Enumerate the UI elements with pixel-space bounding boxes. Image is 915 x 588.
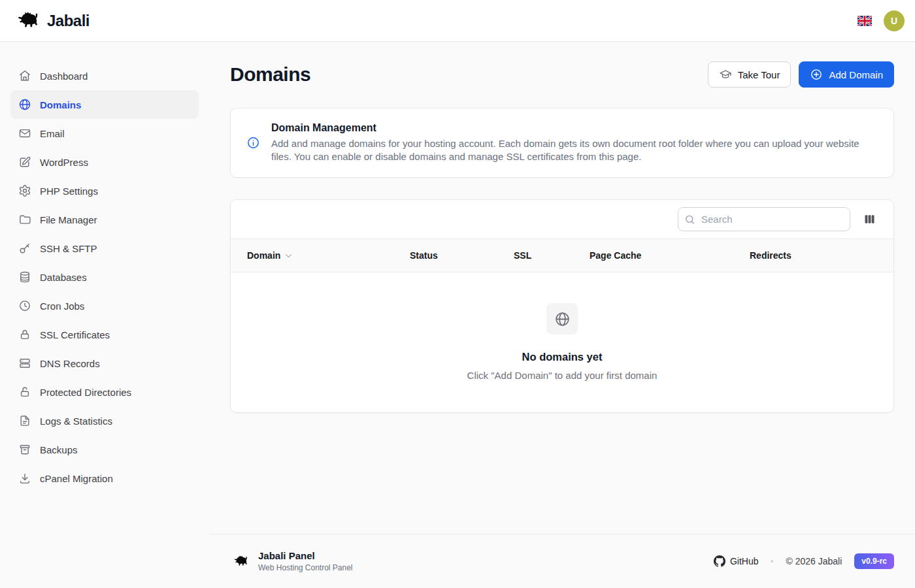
gear-icon (18, 184, 31, 197)
folder-icon (18, 213, 31, 226)
github-label: GitHub (730, 556, 759, 566)
sidebar-item-dashboard[interactable]: Dashboard (10, 61, 199, 90)
boar-footer-icon (229, 555, 249, 568)
key-icon (18, 242, 31, 255)
sidebar-item-domains[interactable]: Domains (10, 90, 199, 119)
app-header: Jabali U (0, 0, 915, 42)
sidebar-item-cron-jobs[interactable]: Cron Jobs (10, 291, 199, 320)
copyright-text: © 2026 Jabali (786, 556, 842, 566)
sidebar-item-dns-records[interactable]: DNS Records (10, 349, 199, 378)
sidebar-item-label: Dashboard (40, 71, 88, 82)
column-header-redirects: Redirects (750, 250, 893, 261)
server-icon (18, 357, 31, 370)
sidebar-item-label: SSL Certificates (40, 329, 110, 340)
sidebar-item-cpanel-migration[interactable]: cPanel Migration (10, 464, 199, 493)
sidebar-item-label: Cron Jobs (40, 301, 84, 312)
sidebar-item-label: Backups (40, 444, 78, 455)
sidebar-item-databases[interactable]: Databases (10, 263, 199, 291)
main-content: Domains Take Tour (209, 42, 915, 534)
column-header-page-cache: Page Cache (590, 250, 750, 261)
download-icon (18, 472, 31, 485)
version-badge: v0.9-rc (854, 553, 894, 569)
language-flag-button[interactable] (857, 16, 872, 26)
sidebar-item-label: Email (40, 128, 65, 139)
empty-state-subtitle: Click "Add Domain" to add your first dom… (467, 370, 657, 381)
globe-icon (546, 303, 578, 335)
column-header-label: Status (410, 250, 438, 261)
sidebar-item-label: DNS Records (40, 358, 100, 369)
database-icon (18, 270, 31, 284)
sidebar-item-protected-directories[interactable]: Protected Directories (10, 378, 199, 406)
sidebar-nav: DashboardDomainsEmailWordPressPHP Settin… (10, 61, 199, 493)
column-header-ssl: SSL (514, 250, 590, 261)
add-domain-label: Add Domain (829, 69, 883, 80)
sidebar-item-label: File Manager (40, 214, 97, 225)
archive-icon (18, 443, 31, 456)
info-card-title: Domain Management (271, 122, 878, 134)
column-header-status: Status (410, 250, 514, 261)
search-input[interactable] (678, 207, 850, 231)
brand-name: Jabali (47, 12, 90, 30)
mail-icon (18, 127, 31, 140)
lock-icon (18, 328, 31, 341)
column-header-label: Redirects (750, 250, 791, 261)
add-domain-button[interactable]: Add Domain (799, 61, 894, 88)
globe-icon (18, 98, 31, 111)
sidebar-item-email[interactable]: Email (10, 119, 199, 148)
info-card: Domain Management Add and manage domains… (230, 108, 894, 178)
sidebar-item-label: Databases (40, 272, 87, 283)
github-icon (714, 555, 725, 567)
boar-logo-icon (10, 10, 41, 31)
sidebar-item-logs-statistics[interactable]: Logs & Statistics (10, 406, 199, 435)
column-header-label: SSL (514, 250, 531, 261)
column-header-label: Domain (247, 250, 280, 261)
column-visibility-button[interactable] (859, 210, 879, 229)
footer-separator-dot (771, 560, 773, 563)
footer-app-name: Jabali Panel (258, 550, 353, 561)
empty-state: No domains yet Click "Add Domain" to add… (231, 272, 893, 412)
column-header-label: Page Cache (590, 250, 641, 261)
sidebar-item-ssl-certificates[interactable]: SSL Certificates (10, 320, 199, 349)
info-card-description: Add and manage domains for your hosting … (271, 137, 878, 163)
brand: Jabali (10, 10, 90, 31)
sidebar-item-label: Logs & Statistics (40, 416, 112, 427)
sidebar: DashboardDomainsEmailWordPressPHP Settin… (0, 42, 209, 588)
page-title: Domains (230, 63, 310, 86)
chevron-down-icon (284, 251, 293, 261)
edit-icon (18, 155, 31, 169)
sidebar-item-ssh-sftp[interactable]: SSH & SFTP (10, 234, 199, 263)
home-icon (18, 69, 31, 82)
sidebar-item-backups[interactable]: Backups (10, 435, 199, 464)
sidebar-item-label: WordPress (40, 157, 88, 168)
column-header-domain[interactable]: Domain (247, 250, 410, 261)
take-tour-button[interactable]: Take Tour (708, 61, 791, 88)
info-icon (246, 136, 260, 150)
domains-table-card: DomainStatusSSLPage CacheRedirects No do… (230, 199, 894, 413)
lock-open-icon (18, 385, 31, 399)
clock-icon (18, 299, 31, 312)
footer: Jabali Panel Web Hosting Control Panel G… (209, 534, 915, 588)
graduation-cap-icon (719, 68, 732, 81)
sidebar-item-label: cPanel Migration (40, 473, 113, 484)
sidebar-item-label: SSH & SFTP (40, 243, 97, 254)
sidebar-item-label: Protected Directories (40, 387, 131, 398)
user-avatar[interactable]: U (884, 10, 905, 31)
sidebar-item-php-settings[interactable]: PHP Settings (10, 176, 199, 205)
footer-tagline: Web Hosting Control Panel (258, 563, 353, 572)
sidebar-item-file-manager[interactable]: File Manager (10, 205, 199, 234)
sidebar-item-wordpress[interactable]: WordPress (10, 148, 199, 176)
take-tour-label: Take Tour (738, 69, 780, 80)
columns-icon (863, 213, 876, 225)
github-link[interactable]: GitHub (714, 555, 759, 567)
empty-state-title: No domains yet (522, 351, 603, 363)
table-header-row: DomainStatusSSLPage CacheRedirects (231, 238, 893, 272)
uk-flag-icon (857, 16, 872, 26)
plus-circle-icon (810, 68, 823, 81)
file-text-icon (18, 414, 31, 427)
sidebar-item-label: Domains (40, 99, 81, 110)
sidebar-item-label: PHP Settings (40, 186, 98, 197)
